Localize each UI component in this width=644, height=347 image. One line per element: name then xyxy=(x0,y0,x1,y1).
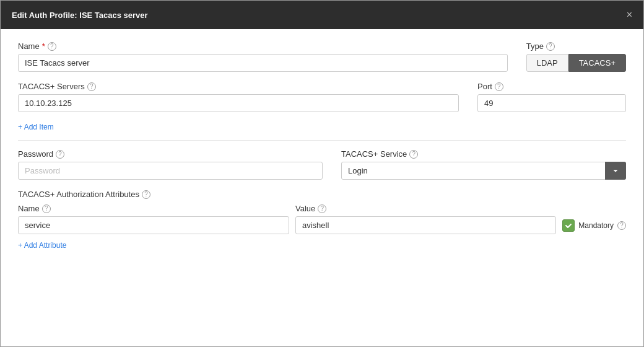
type-group: Type ? LDAP TACACS+ xyxy=(526,42,626,72)
required-star: * xyxy=(42,42,45,51)
divider-1 xyxy=(18,140,626,141)
tacacs-service-help-icon[interactable]: ? xyxy=(409,150,418,159)
tacacs-service-label: TACACS+ Service ? xyxy=(341,149,626,159)
port-input[interactable] xyxy=(477,94,626,112)
port-group: Port ? xyxy=(477,82,626,112)
tacacs-servers-help-icon[interactable]: ? xyxy=(87,82,96,91)
type-tacacs-button[interactable]: TACACS+ xyxy=(568,54,626,72)
add-attribute-link[interactable]: + Add Attribute xyxy=(18,241,66,250)
password-service-row: Password ? TACACS+ Service ? Login Enabl… xyxy=(18,149,626,180)
tacacs-servers-label: TACACS+ Servers ? xyxy=(18,82,459,91)
attr-name-input[interactable] xyxy=(18,216,289,234)
mandatory-group: Mandatory ? xyxy=(562,219,626,232)
auth-attributes-help-icon[interactable]: ? xyxy=(142,190,150,199)
attr-row-header: Name ? Value ? xyxy=(18,204,626,213)
port-label: Port ? xyxy=(477,82,626,91)
attr-name-col-header: Name ? xyxy=(18,204,289,213)
name-input[interactable] xyxy=(18,54,508,72)
mandatory-label: Mandatory xyxy=(578,221,614,230)
tacacs-service-select-wrapper: Login Enable PPP ARAP PT RCMD X25 NASI F… xyxy=(341,162,626,180)
name-type-row: Name * ? Type ? LDAP TACACS+ xyxy=(18,42,626,72)
port-help-icon[interactable]: ? xyxy=(495,82,503,91)
name-help-icon[interactable]: ? xyxy=(48,42,56,51)
attr-value-col-help-icon[interactable]: ? xyxy=(318,204,326,213)
tacacs-servers-group: TACACS+ Servers ? xyxy=(18,82,459,112)
password-group: Password ? xyxy=(18,149,323,180)
tacacs-servers-input[interactable] xyxy=(18,94,459,112)
tacacs-service-select[interactable]: Login Enable PPP ARAP PT RCMD X25 NASI F… xyxy=(341,162,626,180)
password-input[interactable] xyxy=(18,162,323,180)
modal-title: Edit Auth Profile: ISE Tacacs server xyxy=(12,11,148,20)
name-label: Name * ? xyxy=(18,42,508,51)
type-label: Type ? xyxy=(526,42,626,51)
add-item-link[interactable]: + Add Item xyxy=(18,123,54,131)
password-label: Password ? xyxy=(18,149,323,159)
attr-name-col-help-icon[interactable]: ? xyxy=(42,204,51,213)
auth-attributes-section: TACACS+ Authorization Attributes ? Name … xyxy=(18,190,626,255)
modal-container: Edit Auth Profile: ISE Tacacs server × N… xyxy=(0,0,644,347)
servers-port-row: TACACS+ Servers ? Port ? xyxy=(18,82,626,112)
attr-row: Mandatory ? xyxy=(18,216,626,234)
type-buttons: LDAP TACACS+ xyxy=(526,54,626,72)
mandatory-help-icon[interactable]: ? xyxy=(617,221,626,230)
modal-header: Edit Auth Profile: ISE Tacacs server × xyxy=(1,1,643,29)
attr-value-input[interactable] xyxy=(295,216,556,234)
attr-value-col-header: Value ? xyxy=(295,204,626,213)
name-group: Name * ? xyxy=(18,42,508,72)
mandatory-checkbox[interactable] xyxy=(562,219,575,232)
auth-attributes-section-label: TACACS+ Authorization Attributes ? xyxy=(18,190,626,199)
tacacs-service-group: TACACS+ Service ? Login Enable PPP ARAP … xyxy=(341,149,626,180)
modal-close-button[interactable]: × xyxy=(627,9,632,20)
password-help-icon[interactable]: ? xyxy=(56,150,64,159)
modal-body: Name * ? Type ? LDAP TACACS+ xyxy=(1,29,643,346)
type-ldap-button[interactable]: LDAP xyxy=(526,54,568,72)
type-help-icon[interactable]: ? xyxy=(546,42,555,51)
